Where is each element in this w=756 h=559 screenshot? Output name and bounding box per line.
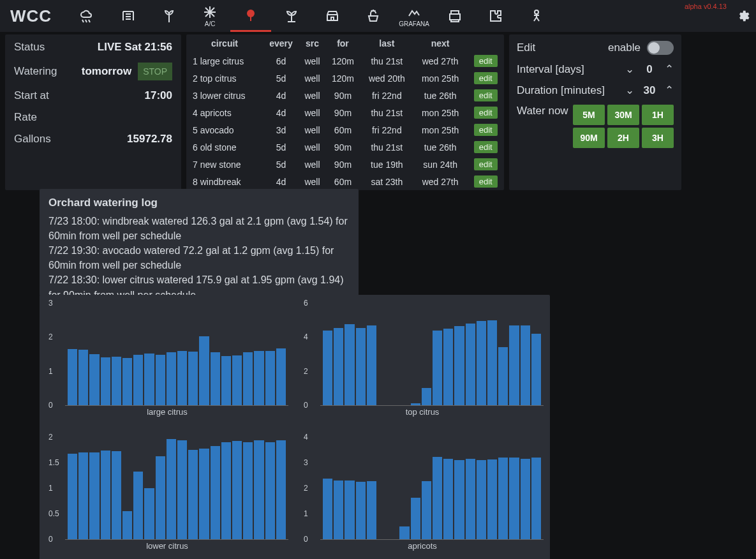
water-now-button[interactable]: 30M: [607, 105, 639, 125]
chart-title: top citrus: [301, 407, 544, 417]
water-now-button[interactable]: 5M: [573, 105, 605, 125]
puzzle-icon[interactable]: [475, 0, 516, 32]
bar: [477, 460, 486, 539]
bar: [68, 454, 77, 539]
water-now-button[interactable]: 90M: [573, 128, 605, 148]
sprout-icon[interactable]: [271, 0, 312, 32]
water-now-button[interactable]: 1H: [642, 105, 674, 125]
col-header: src: [299, 34, 325, 52]
ac-icon[interactable]: A/C: [189, 0, 230, 32]
y-tick: 0: [48, 401, 53, 410]
printer-icon[interactable]: [434, 0, 475, 32]
bar: [521, 459, 530, 539]
bar: [454, 460, 464, 539]
edit-button[interactable]: edit: [474, 72, 498, 84]
bar: [498, 458, 508, 539]
interval-value: 0: [641, 63, 658, 76]
table-row: 7 new stone5dwell90mtue 19thsun 24thedit: [186, 156, 504, 173]
table-row: 4 apricots4dwell90mthu 21stmon 25thedit: [186, 104, 504, 121]
bar: [89, 452, 99, 539]
bar: [509, 325, 519, 405]
bar: [531, 458, 541, 539]
status-row: Start at17:00: [14, 89, 172, 102]
table-row: 5 avocado3dwell60mfri 22ndmon 25thedit: [186, 121, 504, 138]
bar: [167, 352, 176, 405]
edit-title: Edit: [517, 41, 535, 54]
bar: [101, 357, 110, 405]
y-tick: 6: [304, 299, 308, 308]
gear-icon[interactable]: [736, 9, 750, 25]
y-tick: 2: [304, 484, 308, 493]
edit-button[interactable]: edit: [474, 158, 498, 170]
bar: [122, 358, 132, 405]
y-tick: 0: [304, 401, 308, 410]
edit-button[interactable]: edit: [474, 175, 498, 188]
bar: [133, 472, 143, 539]
y-tick: 4: [304, 433, 308, 442]
status-label: Watering: [14, 65, 57, 78]
table-row: 6 old stone5dwell90mthu 21sttue 26thedit: [186, 138, 504, 156]
edit-panel: Edit enable Interval [days] ⌄ 0 ⌃ Durati…: [509, 34, 681, 190]
bar: [443, 459, 453, 539]
app-logo: WCC: [10, 6, 52, 26]
edit-button[interactable]: edit: [474, 141, 498, 153]
bar: [199, 449, 209, 539]
grafana-icon[interactable]: GRAFANA: [394, 0, 434, 32]
bar: [89, 354, 99, 405]
person-icon[interactable]: [516, 0, 557, 32]
bar: [156, 456, 165, 539]
bar: [211, 352, 220, 405]
chevron-down-icon[interactable]: ⌄: [625, 63, 634, 76]
y-tick: 2: [48, 433, 53, 442]
log-entry: 7/23 18:00: windbreak watered 126.3 gal …: [48, 214, 350, 243]
bar: [487, 320, 497, 405]
bar: [221, 442, 231, 539]
edit-button[interactable]: edit: [474, 55, 498, 67]
bar: [422, 481, 431, 539]
bar: [323, 479, 332, 539]
edit-button[interactable]: edit: [474, 89, 498, 101]
status-label: Gallons: [14, 133, 51, 145]
chevron-up-icon[interactable]: ⌃: [665, 63, 674, 76]
status-row: StatusLIVE Sat 21:56: [14, 41, 172, 54]
market-icon[interactable]: [312, 0, 353, 32]
bar: [188, 352, 198, 405]
edit-button[interactable]: edit: [474, 124, 498, 136]
enable-toggle[interactable]: [647, 41, 674, 55]
bar: [367, 325, 376, 405]
bar: [334, 328, 343, 405]
tree-icon[interactable]: [230, 0, 271, 32]
enable-label: enable: [608, 41, 641, 54]
bar: [177, 440, 187, 539]
pot-icon[interactable]: [353, 0, 394, 32]
water-now-button[interactable]: 3H: [642, 128, 674, 148]
bar: [221, 356, 231, 405]
bar: [411, 403, 420, 405]
water-now-button[interactable]: 2H: [607, 128, 639, 148]
bar: [399, 526, 409, 539]
y-tick: 0: [48, 535, 53, 544]
list-icon[interactable]: [108, 0, 149, 32]
weather-icon[interactable]: [67, 0, 108, 32]
bar: [133, 355, 143, 405]
y-tick: 1.5: [48, 458, 59, 467]
y-tick: 1: [48, 484, 53, 493]
version-label: alpha v0.4.13: [685, 3, 727, 10]
status-value: tomorrow: [82, 65, 131, 78]
edit-button[interactable]: edit: [474, 107, 498, 119]
chevron-down-icon[interactable]: ⌄: [625, 84, 634, 97]
col-header: every: [263, 34, 299, 52]
col-header: next: [413, 34, 468, 52]
bar: [276, 348, 286, 405]
bar: [466, 459, 475, 539]
svg-rect-1: [250, 17, 251, 21]
stop-button[interactable]: STOP: [138, 63, 172, 80]
status-label: Status: [14, 41, 45, 54]
bar: [509, 458, 519, 539]
bar: [243, 352, 253, 405]
plant-icon[interactable]: [149, 0, 189, 32]
bar: [177, 351, 187, 405]
chevron-up-icon[interactable]: ⌃: [665, 84, 674, 97]
y-tick: 0.5: [48, 509, 59, 518]
bar: [254, 351, 263, 405]
